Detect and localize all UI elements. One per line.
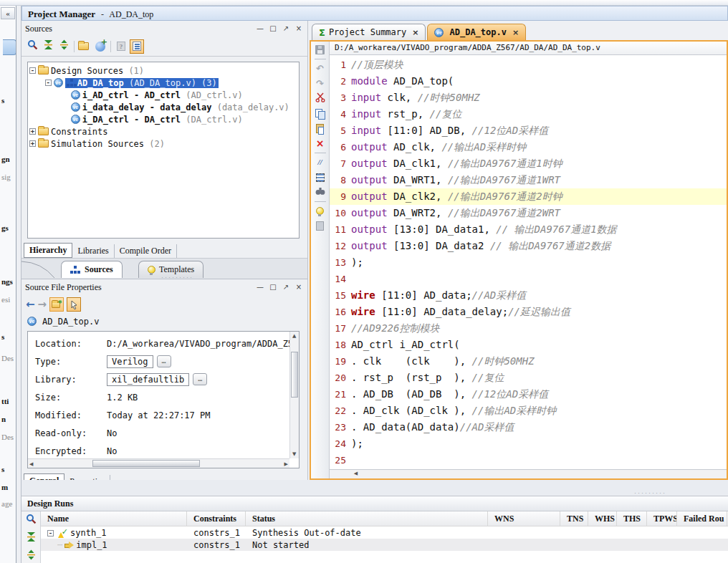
tab-close-icon[interactable]: × xyxy=(512,28,519,37)
browse-ellipsis-button[interactable]: … xyxy=(157,355,171,367)
find-replace-button[interactable] xyxy=(313,186,327,198)
column-header-status[interactable]: Status xyxy=(246,511,488,526)
back-arrow-icon[interactable]: ← xyxy=(26,298,35,311)
collapse-expander-icon[interactable]: - xyxy=(45,80,52,86)
clipboard-button[interactable] xyxy=(313,220,327,232)
tree-item[interactable]: vei_DA_ctrl - DA_ctrl (DA_ctrl.v) xyxy=(29,113,297,125)
editor-horizontal-scrollbar[interactable]: ◀ xyxy=(330,469,727,478)
tab-close-icon[interactable]: × xyxy=(412,28,418,37)
code-line[interactable]: 15wire [11:0] AD_data;//AD采样值 xyxy=(330,287,727,304)
code-line[interactable]: 20. rst_p (rst_p ), //复位 xyxy=(330,370,727,386)
design-run-row[interactable]: ┄impl_1constrs_1Not started xyxy=(41,539,728,551)
column-header-tns[interactable]: TNS xyxy=(560,511,588,526)
expand-expander-icon[interactable]: + xyxy=(29,140,36,147)
properties-settings-button[interactable] xyxy=(49,297,64,312)
minimize-icon[interactable]: — xyxy=(255,24,265,34)
forward-arrow-icon[interactable]: → xyxy=(38,298,47,311)
maximize-icon[interactable]: □ xyxy=(268,282,278,292)
flow-navigator-item-fragment[interactable]: Des xyxy=(1,433,14,441)
code-line[interactable]: 12output [13:0] DA_data2 // 输出DA9767通道2数… xyxy=(330,238,727,254)
close-icon[interactable]: × xyxy=(294,24,304,34)
code-line[interactable]: 11output [13:0] DA_data1, // 输出DA9767通道1… xyxy=(330,221,727,238)
code-line[interactable]: 14 xyxy=(330,271,727,287)
column-header-failed-rou[interactable]: Failed Rou xyxy=(677,511,727,526)
flow-navigator-item-fragment[interactable]: m xyxy=(1,483,8,491)
expand-all-button[interactable] xyxy=(24,549,38,563)
browse-ellipsis-button[interactable]: … xyxy=(193,373,207,385)
flow-navigator-item-fragment[interactable]: age xyxy=(1,499,12,508)
code-line[interactable]: 1//顶层模块 xyxy=(330,57,727,73)
flow-navigator-item-fragment[interactable]: Des xyxy=(1,354,14,362)
tab-libraries[interactable]: Libraries xyxy=(72,244,114,258)
flow-navigator-item-fragment[interactable]: gn xyxy=(1,155,10,163)
column-header-tpws[interactable]: TPWS xyxy=(647,511,677,526)
flow-navigator-item-fragment[interactable]: s xyxy=(1,96,4,105)
flow-navigator-item-fragment[interactable]: s xyxy=(1,465,4,473)
column-header-ths[interactable]: THS xyxy=(617,511,647,526)
horizontal-scrollbar[interactable]: ◀ ▶ xyxy=(28,458,289,468)
design-run-row[interactable]: -synth_1constrs_1Synthesis Out-of-date xyxy=(41,526,728,539)
help-button[interactable]: ? xyxy=(114,39,128,54)
code-line[interactable]: 4input rst_p, //复位 xyxy=(330,106,727,122)
flow-navigator-item-fragment[interactable]: gs xyxy=(1,223,9,232)
flow-navigator-item-fragment[interactable]: ngs xyxy=(1,277,13,286)
code-line[interactable]: 25 xyxy=(330,452,727,468)
code-line[interactable]: 22. AD_clk (AD_clk ), //输出AD采样时钟 xyxy=(330,403,727,419)
code-line[interactable]: 6output AD_clk, //输出AD采样时钟 xyxy=(330,139,727,155)
property-value-combo[interactable]: xil_defaultlib xyxy=(107,373,189,386)
code-line[interactable]: 19. clk (clk ), //时钟50MHZ xyxy=(330,353,727,370)
scroll-down-icon[interactable]: ▼ xyxy=(292,451,296,457)
scroll-right-icon[interactable]: ▶ xyxy=(284,461,288,467)
save-button[interactable] xyxy=(313,44,327,56)
tab-compile-order[interactable]: Compile Order xyxy=(115,244,177,258)
block-select-button[interactable] xyxy=(313,171,327,183)
tree-item[interactable]: vei_data_delay - data_delay (data_delay.… xyxy=(29,101,297,113)
vertical-scrollbar[interactable]: ▲ ▼ xyxy=(289,332,299,458)
float-icon[interactable]: ↗ xyxy=(281,24,291,34)
minimize-icon[interactable]: — xyxy=(255,282,265,292)
panel-tab-sources[interactable]: Sources xyxy=(61,261,123,278)
code-line[interactable]: 18AD_ctrl i_AD_ctrl( xyxy=(330,337,727,353)
collapse-expander-icon[interactable]: - xyxy=(29,67,36,74)
vertical-scroll-thumb[interactable] xyxy=(291,352,298,398)
code-line[interactable]: 9output DA_clk2, //输出DA9767通道2时钟 xyxy=(330,188,727,205)
flow-navigator-item-fragment[interactable]: tti xyxy=(1,397,9,405)
select-mode-button[interactable] xyxy=(67,297,81,312)
column-header-whs[interactable]: WHS xyxy=(588,511,617,526)
collapse-all-button[interactable] xyxy=(24,531,38,546)
flow-navigator-item-fragment[interactable]: esi xyxy=(1,295,10,304)
redo-button[interactable]: ↷ xyxy=(313,77,327,90)
column-header-wns[interactable]: WNS xyxy=(488,511,560,526)
copy-button[interactable] xyxy=(313,107,327,120)
code-line[interactable]: 21. AD_DB (AD_DB ), //12位AD采样值 xyxy=(330,386,727,403)
search-button[interactable] xyxy=(24,514,38,528)
flow-navigator-item-fragment[interactable]: sig xyxy=(1,173,11,181)
code-line[interactable]: 5input [11:0] AD_DB, //12位AD采样值 xyxy=(330,122,727,139)
float-icon[interactable]: ↗ xyxy=(281,282,291,292)
close-icon[interactable]: × xyxy=(294,282,304,292)
expand-all-button[interactable] xyxy=(57,39,71,54)
tree-item[interactable]: +Simulation Sources (2) xyxy=(29,138,297,150)
tab-hierarchy[interactable]: Hierarchy xyxy=(24,243,72,258)
code-line[interactable]: 17//AD9226控制模块 xyxy=(330,320,727,337)
column-header-constraints[interactable]: Constraints xyxy=(187,511,246,526)
maximize-icon[interactable]: □ xyxy=(268,24,278,34)
code-line[interactable]: 8output DA_WRT1, //输出DA9767通道1WRT xyxy=(330,172,727,188)
scroll-up-icon[interactable]: ▲ xyxy=(292,333,296,339)
code-line[interactable]: 3input clk, //时钟50MHZ xyxy=(330,90,727,106)
toggle-comment-button[interactable]: // xyxy=(313,156,327,168)
flow-navigator-collapse-button[interactable]: « xyxy=(1,7,15,19)
editor-tab-project-summary[interactable]: ΣProject Summary× xyxy=(312,24,426,40)
code-line[interactable]: 13); xyxy=(330,254,727,271)
flow-navigator-selected-item[interactable] xyxy=(3,39,16,55)
editor-tab-ad-da-top-v[interactable]: veAD_DA_top.v× xyxy=(427,24,526,40)
flow-navigator-item-fragment[interactable]: s xyxy=(1,332,4,341)
code-editor[interactable]: 1//顶层模块2module AD_DA_top(3input clk, //时… xyxy=(330,55,727,469)
scroll-to-selected-button[interactable] xyxy=(130,39,144,54)
horizontal-scroll-thumb[interactable] xyxy=(92,460,200,467)
tree-item[interactable]: -Design Sources (1) xyxy=(29,64,297,77)
tree-item[interactable]: +Constraints xyxy=(29,125,297,138)
tree-item[interactable]: vei_AD_ctrl - AD_ctrl (AD_ctrl.v) xyxy=(29,89,297,101)
code-line[interactable]: 2module AD_DA_top( xyxy=(330,73,727,90)
light-bulb-button[interactable] xyxy=(313,205,327,217)
